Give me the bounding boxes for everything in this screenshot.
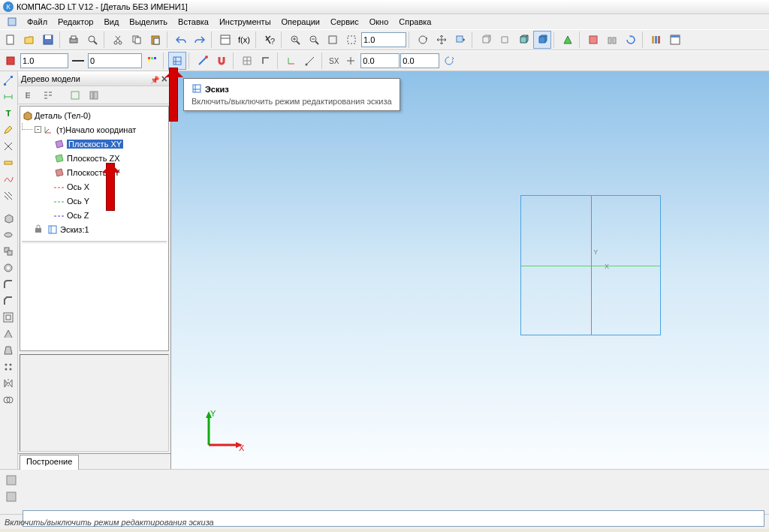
zoom-out-icon[interactable]	[305, 31, 323, 49]
system-menu-icon[interactable]	[3, 13, 21, 31]
geom-point-icon[interactable]	[0, 73, 17, 88]
rotate-icon[interactable]	[414, 31, 432, 49]
svg-line-51	[306, 57, 314, 65]
tree-axis-x[interactable]: Ось X	[22, 179, 167, 194]
pin-icon[interactable]	[150, 75, 159, 84]
model-tree[interactable]: Деталь (Тел-0) - (т)Начало координат Пло…	[20, 106, 169, 351]
menu-editor[interactable]: Редактор	[53, 16, 98, 28]
copy-icon[interactable]	[128, 31, 146, 49]
sxy-icon[interactable]	[342, 52, 360, 70]
zoom-window-icon[interactable]	[342, 31, 360, 49]
prop-apply-icon[interactable]	[3, 473, 20, 488]
viewport-3d[interactable]: Y X Y X	[171, 71, 769, 469]
perspective-icon[interactable]	[559, 31, 577, 49]
layer-input[interactable]	[88, 53, 142, 68]
menu-view[interactable]: Вид	[99, 16, 123, 28]
edit-icon[interactable]	[0, 122, 17, 137]
redo-icon[interactable]	[191, 31, 209, 49]
constraint-icon[interactable]	[0, 139, 17, 154]
zoom-fit-icon[interactable]	[324, 31, 342, 49]
rebuild-icon[interactable]	[622, 31, 640, 49]
magnet-icon[interactable]	[213, 52, 231, 70]
paste-icon[interactable]	[146, 31, 164, 49]
op-hole-icon[interactable]	[0, 260, 17, 275]
hidden-lines-icon[interactable]	[496, 31, 514, 49]
shaded-wireframe-icon[interactable]	[514, 31, 532, 49]
grid-icon[interactable]	[238, 52, 256, 70]
orient-dropdown-icon[interactable]	[451, 31, 469, 49]
op-pattern-icon[interactable]	[0, 359, 17, 374]
op-extrude-icon[interactable]	[0, 211, 17, 226]
x-input[interactable]	[360, 53, 400, 68]
properties-icon[interactable]	[216, 31, 234, 49]
local-cs-icon[interactable]	[282, 52, 300, 70]
linetype-icon[interactable]	[69, 52, 87, 70]
prop-cancel-icon[interactable]	[3, 489, 20, 504]
svg-point-71	[5, 364, 8, 366]
op-rib-icon[interactable]	[0, 326, 17, 341]
tree-plane-zy[interactable]: Плоскость ZY	[22, 165, 167, 179]
snap-icon[interactable]	[194, 52, 212, 70]
coord-icon[interactable]	[301, 52, 319, 70]
spline-icon[interactable]	[0, 172, 17, 187]
op-fillet-icon[interactable]	[0, 277, 17, 292]
tree-axis-z[interactable]: Ось Z	[22, 208, 167, 222]
layer-color-icon[interactable]	[143, 52, 161, 70]
scale-input[interactable]	[20, 53, 68, 68]
tree-axis-y[interactable]: Ось Y	[22, 194, 167, 208]
menu-insert[interactable]: Вставка	[173, 16, 213, 28]
menu-operations[interactable]: Операции	[277, 16, 324, 28]
new-icon[interactable]	[2, 31, 20, 49]
op-loft-icon[interactable]	[0, 244, 17, 259]
op-mirror-icon[interactable]	[0, 376, 17, 391]
dimension-icon[interactable]	[0, 89, 17, 104]
menu-service[interactable]: Сервис	[326, 16, 363, 28]
tab-build[interactable]: Построение	[20, 455, 79, 470]
help-icon[interactable]: ?	[261, 31, 279, 49]
hatch-icon[interactable]	[0, 188, 17, 203]
tree-mode2-icon[interactable]	[40, 88, 56, 103]
op-boolean-icon[interactable]	[0, 392, 17, 407]
tree-view2-icon[interactable]	[86, 88, 102, 103]
sketch-plane-outline: Y X	[520, 195, 661, 335]
y-input[interactable]	[400, 53, 439, 68]
stop-icon[interactable]	[2, 52, 20, 70]
menu-select[interactable]: Выделить	[125, 16, 172, 28]
menu-file[interactable]: Файл	[23, 16, 52, 28]
menu-window[interactable]: Окно	[365, 16, 394, 28]
simplify-icon[interactable]	[603, 31, 621, 49]
section-icon[interactable]	[584, 31, 602, 49]
op-draft-icon[interactable]	[0, 343, 17, 358]
tree-mode1-icon[interactable]	[21, 88, 38, 103]
tree-origin[interactable]: - (т)Начало координат	[22, 122, 167, 137]
save-icon[interactable]	[39, 31, 57, 49]
wireframe-icon[interactable]	[477, 31, 495, 49]
preview-icon[interactable]	[83, 31, 101, 49]
ortho-icon[interactable]	[257, 52, 275, 70]
measure-icon[interactable]	[0, 155, 17, 170]
library-icon[interactable]	[647, 31, 665, 49]
shaded-icon[interactable]	[533, 31, 551, 49]
print-icon[interactable]	[65, 31, 83, 49]
menu-tools[interactable]: Инструменты	[215, 16, 276, 28]
refresh-icon[interactable]	[440, 52, 458, 70]
variables-icon[interactable]: f(x)	[235, 31, 253, 49]
op-shell-icon[interactable]	[0, 310, 17, 325]
undo-icon[interactable]	[172, 31, 190, 49]
tree-plane-xy[interactable]: Плоскость XY	[22, 137, 167, 151]
tooltip-sketch: Эскиз Включить/выключить режим редактиро…	[183, 78, 400, 111]
op-revolve-icon[interactable]	[0, 227, 17, 242]
op-chamfer-icon[interactable]	[0, 293, 17, 308]
tree-plane-zx[interactable]: Плоскость ZX	[22, 151, 167, 165]
menu-help[interactable]: Справка	[394, 16, 436, 28]
pan-icon[interactable]	[433, 31, 451, 49]
manager-icon[interactable]	[666, 31, 684, 49]
cut-icon[interactable]	[109, 31, 127, 49]
text-icon[interactable]: Т	[0, 106, 17, 121]
open-icon[interactable]	[20, 31, 38, 49]
zoom-in-icon[interactable]	[286, 31, 304, 49]
zoom-combo[interactable]	[361, 32, 406, 47]
tree-sketch[interactable]: Эскиз:1	[22, 222, 167, 236]
tree-root[interactable]: Деталь (Тел-0)	[22, 108, 167, 122]
tree-view1-icon[interactable]	[67, 88, 83, 103]
